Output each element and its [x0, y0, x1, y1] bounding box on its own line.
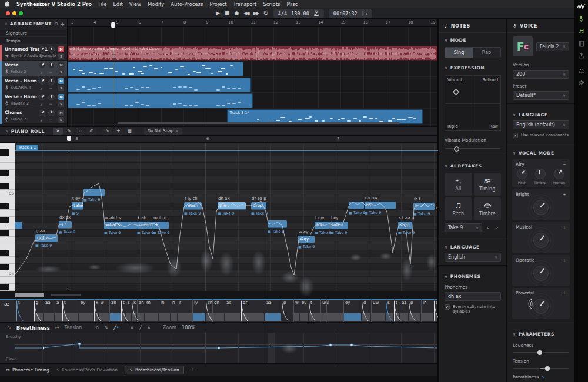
take-badge[interactable]: ▦ Take 9: [35, 243, 52, 248]
add-vocal-mode-button[interactable]: +: [563, 257, 566, 263]
piano-key-black[interactable]: [0, 170, 9, 176]
piano-roll-playhead-handle[interactable]: [67, 136, 71, 141]
add-vocal-mode-button[interactable]: +: [563, 192, 566, 197]
mute-button[interactable]: M: [58, 46, 64, 52]
phonemes-section-header[interactable]: ∨PHONEMES: [439, 269, 506, 281]
expression-marker[interactable]: [453, 89, 459, 95]
menu-project[interactable]: Project: [209, 1, 226, 7]
fast-forward-button[interactable]: ▶▶: [253, 11, 259, 16]
ai-retakes-section-header[interactable]: ∨AI RETAKES: [439, 159, 506, 170]
menu-modify[interactable]: Modify: [148, 1, 164, 7]
pan-knob[interactable]: [48, 94, 55, 100]
timecode-box[interactable]: 00:07:32 |→: [329, 9, 372, 18]
record-enable-icon[interactable]: ⊙: [54, 21, 58, 26]
menu-transport[interactable]: Transport: [233, 1, 257, 7]
phoneme-segment[interactable]: m: [146, 300, 151, 305]
secondary-parameter-label[interactable]: Tension: [65, 325, 82, 330]
phoneme-segment[interactable]: aa: [402, 300, 407, 305]
note-row[interactable]: [15, 284, 438, 290]
relaxed-consonants-checkbox[interactable]: ✓ Use relaxed consonants: [513, 133, 569, 138]
line-shape-icon[interactable]: ╱: [139, 325, 142, 330]
parameters-section-header[interactable]: ∨PARAMETERS: [507, 327, 574, 339]
phoneme-segment[interactable]: ih: [161, 300, 164, 305]
retake-all-button[interactable]: All: [445, 173, 472, 196]
piano-key-white[interactable]: [0, 257, 15, 263]
phoneme-segment[interactable]: ah: [111, 300, 116, 305]
piano-key-white[interactable]: [0, 143, 15, 149]
arrangement-timeline[interactable]: 345678910111213141516171819 dio (Synth V…: [68, 19, 438, 126]
note-row[interactable]: [15, 277, 438, 283]
expression-xy-pad[interactable]: Vibrant Refined Rigid Raw: [445, 75, 501, 131]
take-badge[interactable]: ▦ Take 9: [398, 230, 415, 235]
retake-timing-button[interactable]: æTiming: [474, 173, 502, 196]
phoneme-segment[interactable]: t: [310, 300, 312, 305]
note-phoneme-label[interactable]: t ey k: [72, 196, 84, 201]
add-track-button[interactable]: +: [61, 21, 65, 27]
knob[interactable]: [535, 169, 546, 179]
volume-knob[interactable]: [39, 78, 45, 85]
voice-select[interactable]: Felicia 2 ∨: [536, 42, 569, 51]
note-row[interactable]: [15, 170, 438, 176]
menu-auto-process[interactable]: Auto-Process: [171, 1, 203, 7]
phoneme-segment[interactable]: ey: [302, 300, 306, 305]
remove-vocal-mode-button[interactable]: −: [563, 162, 566, 167]
voice-language-section-header[interactable]: ∨LANGUAGE: [507, 108, 574, 119]
slider-thumb[interactable]: [545, 366, 550, 371]
arrangement-h-scrollbar[interactable]: [118, 122, 400, 124]
piano-key-white[interactable]: [0, 223, 15, 230]
piano-key-white[interactable]: [0, 237, 15, 243]
menu-edit[interactable]: Edit: [113, 1, 122, 7]
phoneme-segment[interactable]: ih: [423, 300, 426, 305]
piano-roll-h-scrollbar-track[interactable]: [0, 291, 438, 299]
note-pointer-tool-button[interactable]: ➤: [53, 128, 63, 135]
phoneme-segment[interactable]: t: [18, 300, 20, 305]
phoneme-segment[interactable]: a: [56, 300, 59, 305]
piano-note[interactable]: +: [59, 221, 72, 229]
phoneme-segment[interactable]: t: [64, 300, 66, 305]
piano-key-white[interactable]: [0, 243, 15, 250]
curve-tool-icon[interactable]: ∩: [95, 325, 99, 330]
note-language-select[interactable]: English ∨: [445, 253, 501, 262]
clip-verse-harm-h[interactable]: [68, 93, 253, 108]
note-phoneme-label[interactable]: dh ax: [218, 196, 230, 201]
arrangement-ruler[interactable]: 345678910111213141516171819: [68, 19, 438, 27]
export-icon[interactable]: [578, 52, 584, 59]
phoneme-segment[interactable]: w: [295, 300, 299, 305]
phoneme-segment[interactable]: ah: [139, 300, 144, 305]
piano-key-black[interactable]: [0, 183, 9, 189]
knob[interactable]: [554, 169, 564, 179]
take-badge[interactable]: ▦ Take 9: [251, 211, 268, 216]
phoneme-segment[interactable]: p: [410, 300, 413, 305]
volume-knob[interactable]: [39, 46, 45, 53]
piano-key-white[interactable]: [0, 210, 15, 216]
phoneme-segment[interactable]: ey: [81, 300, 85, 305]
take-badge[interactable]: ▦ Take 9: [184, 211, 201, 216]
take-badge[interactable]: ▦ Take 9: [330, 230, 347, 235]
stop-button[interactable]: ■: [225, 11, 230, 16]
piano-note[interactable]: gotta: [35, 234, 58, 242]
piano-note[interactable]: [83, 189, 105, 196]
piano-key-black[interactable]: [0, 217, 9, 223]
play-button[interactable]: ▶: [216, 11, 220, 16]
take-badge[interactable]: ▦ Take 9: [365, 210, 381, 215]
crosshair-tool-button[interactable]: +: [113, 128, 123, 135]
vibrato-modulation-slider[interactable]: [445, 148, 500, 149]
phoneme-segment[interactable]: dr: [243, 300, 247, 305]
take-badge[interactable]: ▦ 9: [72, 211, 79, 216]
piano-key-black[interactable]: [0, 230, 9, 236]
volume-knob[interactable]: [39, 94, 45, 100]
piano-key-white[interactable]: [0, 156, 15, 163]
phoneme-segment[interactable]: w: [101, 300, 104, 305]
piano-key-white[interactable]: [0, 277, 15, 283]
take-badge[interactable]: ▦ Take 9: [218, 211, 234, 216]
close-window-button[interactable]: [6, 11, 10, 15]
minimize-window-button[interactable]: [12, 11, 16, 15]
piano-roll-track-tab[interactable]: Track 3 1: [16, 145, 38, 151]
peak-shape-icon[interactable]: ∧: [147, 325, 151, 330]
take-badge[interactable]: ▦ Take 9: [153, 230, 169, 235]
arch-tool-button[interactable]: ∩: [75, 128, 85, 135]
piano-note[interactable]: take: [72, 202, 83, 210]
take-badge[interactable]: ▦ Take 9: [104, 230, 121, 235]
phoneme-segment[interactable]: l: [328, 300, 329, 305]
param-slider[interactable]: [513, 352, 569, 353]
